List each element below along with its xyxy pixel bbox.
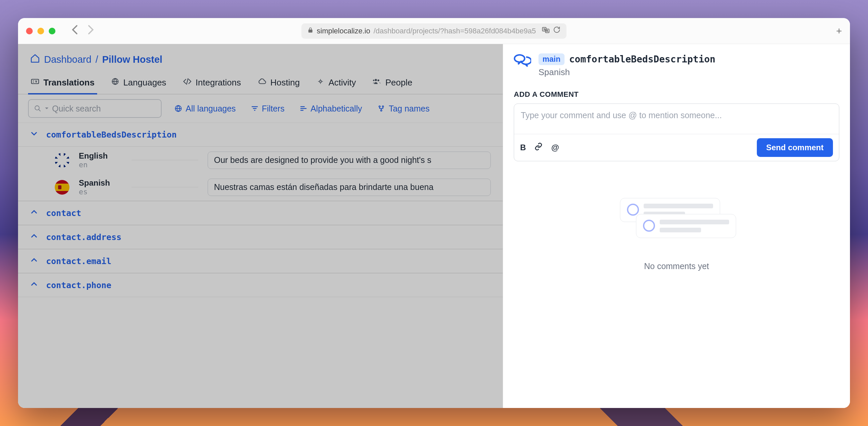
bold-button[interactable]: B xyxy=(520,143,526,152)
url-domain: simplelocalize.io xyxy=(317,27,370,35)
send-comment-button[interactable]: Send comment xyxy=(757,138,833,157)
translation-key: comfortableBedsDescription xyxy=(46,130,177,140)
globe-icon xyxy=(174,104,182,113)
comment-box: Type your comment and use @ to mention s… xyxy=(514,103,839,161)
tag-names-button[interactable]: Tag names xyxy=(375,100,432,117)
tab-integrations[interactable]: Integrations xyxy=(180,72,244,94)
all-languages-filter[interactable]: All languages xyxy=(172,100,238,117)
tab-label: Translations xyxy=(43,78,94,88)
tag-icon xyxy=(377,104,385,113)
tab-people[interactable]: People xyxy=(370,72,415,94)
chevron-up-icon xyxy=(30,280,39,290)
chevron-up-icon xyxy=(30,232,39,242)
translation-key: contact.email xyxy=(46,256,112,266)
cloud-icon xyxy=(258,77,267,88)
translation-key-row[interactable]: contact xyxy=(18,201,503,225)
url-path: /dashboard/projects/?hash=598a26fd084b4b… xyxy=(374,27,536,35)
home-icon[interactable] xyxy=(30,53,40,66)
translation-entry-en: English en Our beds are designed to prov… xyxy=(18,147,503,174)
svg-point-8 xyxy=(35,106,39,110)
main-tabs: Translations Languages Integrations xyxy=(18,72,503,94)
lock-icon xyxy=(307,27,313,35)
search-placeholder: Quick search xyxy=(52,104,101,114)
code-icon xyxy=(183,77,192,88)
svg-point-4 xyxy=(319,81,321,83)
reload-icon[interactable] xyxy=(553,26,561,36)
tab-translations[interactable]: Translations xyxy=(28,72,97,94)
translation-key-row[interactable]: contact.phone xyxy=(18,273,503,297)
activity-icon xyxy=(316,78,324,88)
browser-titlebar: simplelocalize.io/dashboard/projects/?ha… xyxy=(18,18,850,44)
back-button[interactable] xyxy=(71,25,78,37)
svg-point-11 xyxy=(382,106,383,107)
link-button[interactable] xyxy=(534,143,542,153)
sort-button[interactable]: Alphabetically xyxy=(297,100,365,117)
tab-hosting[interactable]: Hosting xyxy=(255,72,303,94)
svg-point-10 xyxy=(379,106,380,107)
filters-button[interactable]: Filters xyxy=(248,100,287,117)
flag-es-icon xyxy=(55,180,69,195)
globe-icon xyxy=(111,78,119,88)
comment-textarea[interactable]: Type your comment and use @ to mention s… xyxy=(514,104,839,134)
sort-icon xyxy=(300,105,307,112)
svg-point-12 xyxy=(380,110,382,111)
chevron-down-icon xyxy=(30,129,39,140)
url-bar[interactable]: simplelocalize.io/dashboard/projects/?ha… xyxy=(302,23,566,39)
filter-label: Tag names xyxy=(389,104,429,114)
svg-point-5 xyxy=(375,79,377,81)
tab-label: Hosting xyxy=(271,78,300,88)
chevron-up-icon xyxy=(30,208,39,218)
tab-label: Languages xyxy=(123,78,166,88)
breadcrumb-dashboard[interactable]: Dashboard xyxy=(44,54,91,65)
sidebar-language: Spanish xyxy=(538,67,715,78)
chat-icon xyxy=(514,53,531,72)
lang-name: Spanish xyxy=(79,178,122,188)
lang-code: es xyxy=(79,188,122,196)
translation-entry-es: Spanish es Nuestras camas están diseñada… xyxy=(18,174,503,201)
window-controls xyxy=(26,28,55,34)
chevron-up-icon xyxy=(30,256,39,266)
translation-key: contact.phone xyxy=(46,280,112,290)
translation-input-en[interactable]: Our beds are designed to provide you wit… xyxy=(208,152,491,169)
empty-state: No comments yet xyxy=(514,198,839,271)
breadcrumb-project[interactable]: Pillow Hostel xyxy=(102,54,162,65)
translation-key-row[interactable]: contact.email xyxy=(18,249,503,273)
browser-window: simplelocalize.io/dashboard/projects/?ha… xyxy=(18,18,850,408)
empty-text: No comments yet xyxy=(644,262,709,271)
filter-label: Filters xyxy=(262,104,284,114)
translations-toolbar: Quick search All languages Filters Alpha… xyxy=(18,94,503,123)
new-tab-button[interactable]: + xyxy=(836,25,842,37)
tab-label: Activity xyxy=(329,78,356,88)
empty-illustration xyxy=(620,198,734,251)
translate-icon[interactable] xyxy=(542,26,550,36)
tab-activity[interactable]: Activity xyxy=(314,72,359,94)
tab-languages[interactable]: Languages xyxy=(108,72,169,94)
forward-button[interactable] xyxy=(88,25,94,37)
mention-button[interactable]: @ xyxy=(551,143,559,152)
main-area: Dashboard / Pillow Hostel Translations xyxy=(18,44,503,408)
minimize-window-button[interactable] xyxy=(37,28,44,34)
svg-rect-2 xyxy=(31,80,39,84)
filter-icon xyxy=(251,105,258,112)
maximize-window-button[interactable] xyxy=(49,28,55,34)
search-icon xyxy=(34,105,41,112)
translation-key: contact.address xyxy=(46,232,122,242)
translation-key-row[interactable]: comfortableBedsDescription xyxy=(18,123,503,147)
translation-input-es[interactable]: Nuestras camas están diseñadas para brin… xyxy=(208,179,491,196)
add-comment-label: ADD A COMMENT xyxy=(514,90,839,99)
comments-sidebar: main comfortableBedsDescription Spanish … xyxy=(503,44,850,408)
svg-point-7 xyxy=(373,80,374,81)
close-window-button[interactable] xyxy=(26,28,33,34)
translations-icon xyxy=(31,77,39,88)
svg-point-6 xyxy=(378,80,379,81)
lang-name: English xyxy=(79,151,122,160)
lang-code: en xyxy=(79,160,122,169)
people-icon xyxy=(373,77,381,88)
chevron-down-icon xyxy=(45,106,49,111)
search-input[interactable]: Quick search xyxy=(28,99,162,118)
translation-key: contact xyxy=(46,208,81,218)
breadcrumb-sep: / xyxy=(95,54,98,65)
filter-label: Alphabetically xyxy=(310,104,362,114)
translation-key-row[interactable]: contact.address xyxy=(18,225,503,249)
filter-label: All languages xyxy=(186,104,236,114)
